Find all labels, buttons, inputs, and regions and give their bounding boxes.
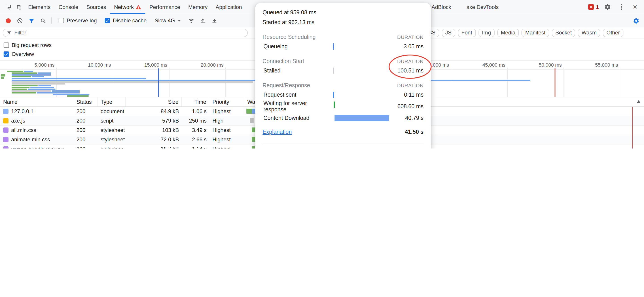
timing-value: 608.60 ms bbox=[397, 103, 424, 110]
waterfall-bar bbox=[252, 146, 255, 148]
checkbox-checked[interactable] bbox=[105, 18, 110, 23]
request-size: 579 kB bbox=[126, 116, 182, 125]
duration-header: DURATION bbox=[397, 34, 424, 40]
tooltip-total-row: Explanation 41.50 s bbox=[262, 126, 424, 137]
section-connection-start: Connection Start DURATION bbox=[262, 57, 424, 66]
overview-time-label: 15,000 ms bbox=[136, 62, 167, 68]
plugin-tabs: AdBlockaxe DevTools bbox=[428, 0, 503, 14]
column-header-time[interactable]: Time bbox=[182, 97, 209, 106]
stylesheet-file-icon bbox=[3, 146, 8, 148]
overview-load-line bbox=[554, 68, 555, 96]
request-time: 3.49 s bbox=[182, 126, 209, 135]
tab-axe-devtools[interactable]: axe DevTools bbox=[462, 0, 503, 14]
overview-bar bbox=[38, 72, 51, 74]
filter-chip-font[interactable]: Font bbox=[458, 28, 476, 37]
section-resource-scheduling: Resource Scheduling DURATION bbox=[262, 33, 424, 42]
tab-network[interactable]: Network bbox=[110, 0, 145, 14]
tab-adblock[interactable]: AdBlock bbox=[428, 0, 455, 14]
overview-bar bbox=[28, 88, 56, 90]
column-label: Priority bbox=[212, 99, 229, 105]
tab-label: Sources bbox=[86, 4, 106, 10]
overview-time-label: 45,000 ms bbox=[474, 62, 505, 68]
tab-label: Network bbox=[114, 4, 134, 10]
overview-time-label: 10,000 ms bbox=[80, 62, 111, 68]
overview-bar bbox=[52, 90, 80, 92]
disable-cache-label: Disable cache bbox=[113, 18, 147, 24]
filter-chip-img[interactable]: Img bbox=[478, 28, 494, 37]
more-options-icon[interactable] bbox=[616, 2, 626, 12]
overview-dcl-line bbox=[158, 68, 159, 96]
request-type: stylesheet bbox=[98, 144, 126, 148]
overview-bar bbox=[67, 95, 88, 96]
clear-icon[interactable] bbox=[14, 15, 25, 26]
request-priority: Highest bbox=[209, 135, 244, 144]
tab-memory[interactable]: Memory bbox=[184, 0, 212, 14]
checkbox-checked[interactable] bbox=[4, 52, 9, 57]
document-file-icon bbox=[3, 109, 8, 114]
filter-input[interactable]: Filter bbox=[3, 28, 248, 37]
stylesheet-file-icon bbox=[3, 137, 8, 142]
tab-label: Performance bbox=[149, 4, 180, 10]
tab-performance[interactable]: Performance bbox=[145, 0, 184, 14]
tab-sources[interactable]: Sources bbox=[82, 0, 110, 14]
overview-bar bbox=[7, 71, 23, 72]
close-icon[interactable]: × bbox=[630, 2, 640, 12]
column-header-priority[interactable]: Priority bbox=[209, 97, 244, 106]
filter-toggle-icon[interactable] bbox=[26, 15, 37, 26]
filter-chip-manifest[interactable]: Manifest bbox=[522, 28, 549, 37]
timing-tooltip: Queued at 959.08 ms Started at 962.13 ms… bbox=[255, 3, 431, 148]
timing-value: 0.11 ms bbox=[404, 92, 424, 98]
tooltip-divider bbox=[262, 144, 424, 144]
request-type: document bbox=[98, 107, 126, 116]
request-time: 250 ms bbox=[182, 116, 209, 125]
tab-application[interactable]: Application bbox=[212, 0, 246, 14]
filter-chip-js[interactable]: JS bbox=[442, 28, 455, 37]
tabs: ElementsConsoleSourcesNetworkPerformance… bbox=[24, 0, 246, 14]
column-header-status[interactable]: Status bbox=[73, 97, 98, 106]
disable-cache-checkbox[interactable]: Disable cache bbox=[105, 17, 147, 24]
settings-gear-icon[interactable] bbox=[602, 2, 613, 12]
request-status: 200 bbox=[73, 135, 98, 144]
timing-value: 100.51 ms bbox=[397, 68, 424, 74]
filter-chip-wasm[interactable]: Wasm bbox=[578, 28, 600, 37]
resource-type-filters: DocCSSJSFontImgMediaManifestSocketWasmOt… bbox=[402, 28, 624, 37]
inspect-icon[interactable] bbox=[3, 2, 14, 12]
timing-row-stalled: Stalled 100.51 ms bbox=[262, 66, 424, 76]
overview-bar bbox=[1, 74, 5, 76]
network-settings-gear-icon[interactable] bbox=[630, 15, 641, 26]
column-label: Name bbox=[3, 99, 18, 105]
warning-icon bbox=[136, 4, 141, 10]
timing-bar bbox=[333, 44, 334, 50]
filter-chip-other[interactable]: Other bbox=[603, 28, 624, 37]
import-har-icon[interactable] bbox=[197, 15, 208, 26]
export-har-icon[interactable] bbox=[209, 15, 220, 26]
overview-time-label: 55,000 ms bbox=[587, 62, 618, 68]
filter-chip-media[interactable]: Media bbox=[497, 28, 519, 37]
device-toolbar-icon[interactable] bbox=[14, 2, 24, 12]
overview-bar bbox=[12, 72, 37, 74]
explanation-link[interactable]: Explanation bbox=[262, 129, 292, 135]
record-button[interactable] bbox=[3, 15, 14, 26]
column-label: Time bbox=[194, 99, 206, 105]
network-conditions-icon[interactable] bbox=[186, 15, 196, 26]
request-name: all.min.css bbox=[11, 127, 36, 133]
preserve-log-checkbox[interactable]: Preserve log bbox=[58, 17, 97, 24]
overview-bar bbox=[12, 76, 31, 78]
request-status: 200 bbox=[73, 144, 98, 148]
checkbox-unchecked[interactable] bbox=[58, 18, 64, 23]
checkbox-unchecked[interactable] bbox=[4, 42, 9, 48]
tab-elements[interactable]: Elements bbox=[24, 0, 54, 14]
search-icon[interactable] bbox=[38, 15, 48, 26]
name-cell: animate.min.css bbox=[0, 135, 73, 144]
filter-chip-socket[interactable]: Socket bbox=[552, 28, 575, 37]
error-badge[interactable]: × 1 bbox=[588, 4, 599, 10]
throttling-select[interactable]: Slow 4G bbox=[155, 18, 181, 24]
sort-indicator[interactable] bbox=[637, 100, 640, 103]
request-time: 2.66 s bbox=[182, 135, 209, 144]
column-header-type[interactable]: Type bbox=[98, 97, 126, 106]
request-name: 127.0.0.1 bbox=[11, 108, 34, 114]
column-header-size[interactable]: Size bbox=[126, 97, 182, 106]
tab-console[interactable]: Console bbox=[54, 0, 82, 14]
column-header-name[interactable]: Name bbox=[0, 97, 73, 106]
error-icon: × bbox=[588, 4, 594, 10]
